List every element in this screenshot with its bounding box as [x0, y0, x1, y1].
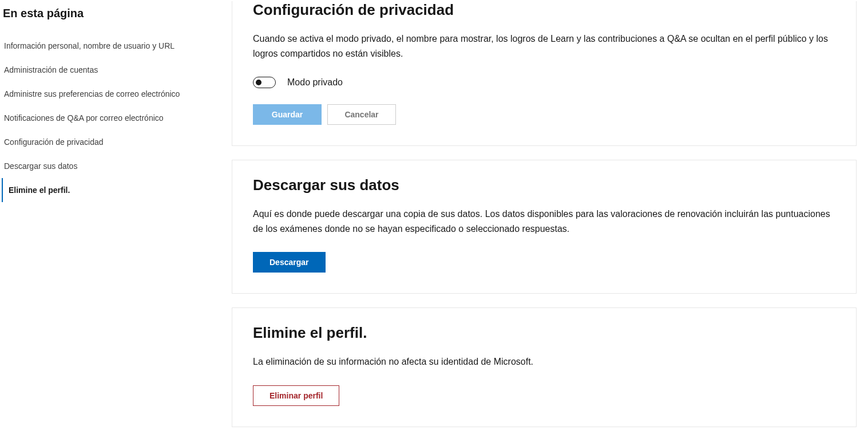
- private-mode-toggle-row: Modo privado: [253, 77, 835, 88]
- sidebar-item-email-prefs[interactable]: Administre sus preferencias de correo el…: [3, 82, 232, 106]
- cancel-button[interactable]: Cancelar: [327, 104, 396, 125]
- sidebar-item-personal-info[interactable]: Información personal, nombre de usuario …: [3, 34, 232, 58]
- download-desc: Aquí es donde puede descargar una copia …: [253, 207, 835, 236]
- private-mode-label: Modo privado: [287, 77, 343, 88]
- delete-desc: La eliminación de su información no afec…: [253, 354, 835, 369]
- privacy-desc: Cuando se activa el modo privado, el nom…: [253, 31, 835, 61]
- delete-section: Elimine el perfil. La eliminación de su …: [232, 307, 857, 427]
- privacy-title: Configuración de privacidad: [253, 1, 835, 19]
- sidebar-item-qa-notifications[interactable]: Notificaciones de Q&A por correo electró…: [3, 106, 232, 130]
- sidebar-item-privacy-settings[interactable]: Configuración de privacidad: [3, 130, 232, 154]
- download-section: Descargar sus datos Aquí es donde puede …: [232, 160, 857, 294]
- sidebar: En esta página Información personal, nom…: [0, 0, 232, 434]
- delete-title: Elimine el perfil.: [253, 324, 835, 342]
- privacy-section: Configuración de privacidad Cuando se ac…: [232, 1, 857, 146]
- main-content: Configuración de privacidad Cuando se ac…: [232, 0, 868, 434]
- sidebar-item-download-data[interactable]: Descargar sus datos: [3, 154, 232, 178]
- private-mode-toggle[interactable]: [253, 77, 276, 88]
- sidebar-item-delete-profile[interactable]: Elimine el perfil.: [2, 178, 232, 202]
- download-title: Descargar sus datos: [253, 176, 835, 194]
- delete-buttons: Eliminar perfil: [253, 385, 835, 406]
- delete-profile-button[interactable]: Eliminar perfil: [253, 385, 339, 406]
- save-button[interactable]: Guardar: [253, 104, 322, 125]
- sidebar-item-account-admin[interactable]: Administración de cuentas: [3, 58, 232, 82]
- sidebar-title: En esta página: [3, 7, 232, 20]
- toggle-knob-icon: [256, 80, 261, 85]
- download-button[interactable]: Descargar: [253, 252, 326, 273]
- download-buttons: Descargar: [253, 252, 835, 273]
- sidebar-nav: Información personal, nombre de usuario …: [3, 34, 232, 202]
- privacy-buttons: Guardar Cancelar: [253, 104, 835, 125]
